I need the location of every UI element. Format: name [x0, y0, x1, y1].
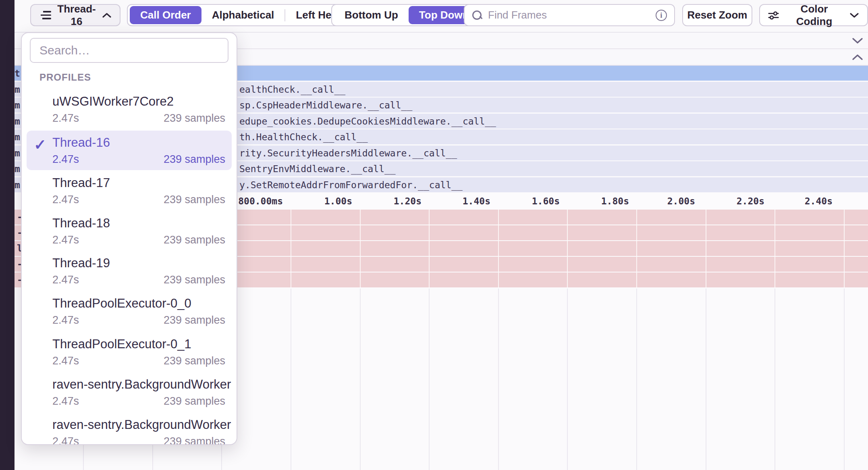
time-gridline — [429, 210, 430, 289]
profile-samples: 239 samples — [164, 193, 225, 206]
flame-row-edge-text: m — [15, 148, 20, 158]
profile-list-item[interactable]: raven-sentry.BackgroundWorker 2.47s239 s… — [27, 372, 232, 412]
info-icon: i — [656, 10, 667, 21]
flame-row-label: ealthCheck.__call__ — [239, 84, 345, 95]
flame-row-edge-text: m — [15, 100, 20, 110]
thread-selector-label: Thread-16 — [57, 3, 96, 28]
time-gridline — [360, 210, 361, 289]
time-gridline — [567, 210, 568, 289]
axis-tick: 1.80s — [557, 196, 629, 206]
flame-row-edge-text: t — [15, 68, 20, 79]
checkmark-icon: ✓ — [34, 136, 46, 154]
profile-duration: 2.47s — [52, 112, 79, 125]
profile-search-input[interactable] — [30, 38, 228, 63]
profile-list-item-selected[interactable]: ✓ Thread-16 2.47s239 samples — [27, 131, 232, 170]
profile-duration: 2.47s — [52, 193, 79, 206]
profile-name: Thread-19 — [52, 255, 225, 271]
flame-row-label: sp.CspHeaderMiddleware.__call__ — [239, 100, 412, 110]
chevron-up-icon — [852, 54, 863, 60]
axis-tick: 1.20s — [350, 196, 422, 206]
chevron-down-icon — [849, 12, 859, 18]
axis-tick: 2.20s — [693, 196, 764, 206]
profile-list-item[interactable]: Thread-17 2.47s239 samples — [27, 171, 232, 210]
profile-name: ThreadPoolExecutor-0_1 — [52, 336, 225, 352]
time-gridline — [844, 210, 845, 289]
profile-duration: 2.47s — [52, 153, 79, 166]
profile-duration: 2.47s — [52, 234, 79, 246]
time-gridline — [498, 210, 499, 289]
profile-list-item[interactable]: uWSGIWorker7Core2 2.47s239 samples — [27, 89, 232, 129]
profile-list-item[interactable]: Thread-19 2.47s239 samples — [27, 251, 232, 291]
profile-duration: 2.47s — [52, 274, 79, 286]
color-coding-label: Color Coding — [784, 3, 844, 28]
profile-samples: 239 samples — [164, 395, 225, 408]
collapse-section-button[interactable] — [852, 33, 863, 48]
profile-duration: 2.47s — [52, 435, 79, 445]
profile-duration: 2.47s — [52, 314, 79, 327]
direction-segmented-control: Bottom Up Top Down — [331, 4, 482, 26]
profile-name: Thread-18 — [52, 215, 225, 231]
axis-tick: 1.60s — [488, 196, 560, 206]
reset-zoom-button[interactable]: Reset Zoom — [682, 4, 752, 26]
profiles-section-label: PROFILES — [39, 72, 91, 83]
flame-row-label: edupe_cookies.DedupeCookiesMiddleware.__… — [239, 116, 496, 127]
axis-tick: 1.00s — [280, 196, 352, 206]
profile-samples: 239 samples — [164, 234, 225, 246]
find-frames-field[interactable]: i — [464, 4, 675, 26]
flame-row-edge-text: m — [15, 180, 20, 190]
profile-list-item[interactable]: Thread-18 2.47s239 samples — [27, 211, 232, 251]
profile-samples: 239 samples — [164, 355, 225, 367]
axis-tick: 1.40s — [419, 196, 490, 206]
axis-tick: 2.00s — [623, 196, 695, 206]
sort-option-call-order[interactable]: Call Order — [130, 6, 201, 24]
flame-row-label: SentryEnvMiddleware.__call__ — [239, 164, 396, 174]
sliders-icon — [768, 10, 779, 21]
profile-samples: 239 samples — [164, 112, 225, 125]
profile-name: Thread-16 — [52, 135, 225, 151]
profile-list-item[interactable]: raven-sentry.BackgroundWorker 2.47s239 s… — [27, 413, 232, 445]
chevron-down-icon — [852, 37, 863, 44]
sort-segmented-control: Call Order Alphabetical Left Heavy — [127, 4, 362, 26]
profile-name: raven-sentry.BackgroundWorker — [52, 376, 225, 393]
flame-row-edge-text: m — [15, 84, 20, 95]
time-gridline — [775, 210, 775, 289]
profiler-toolbar: Thread-16 Call Order Alphabetical Left H… — [15, 0, 868, 33]
profile-samples: 239 samples — [164, 153, 225, 166]
flame-row-edge-text: m — [15, 132, 20, 142]
app-sidebar — [0, 0, 15, 470]
color-coding-button[interactable]: Color Coding — [759, 4, 868, 26]
chevron-up-icon — [102, 12, 112, 18]
sort-option-alphabetical[interactable]: Alphabetical — [201, 6, 285, 24]
profile-dropdown-panel: PROFILES uWSGIWorker7Core2 2.47s239 samp… — [21, 32, 237, 445]
flame-row-edge-text: m — [15, 116, 20, 127]
profile-name: uWSGIWorker7Core2 — [52, 94, 225, 110]
time-gridline — [291, 210, 291, 289]
profile-name: Thread-17 — [52, 175, 225, 191]
profile-samples: 239 samples — [164, 274, 225, 286]
profile-samples: 239 samples — [164, 314, 225, 327]
search-icon — [472, 10, 482, 21]
thread-selector-button[interactable]: Thread-16 — [30, 4, 120, 26]
flame-row-edge-text: m — [15, 164, 20, 174]
thread-list-icon — [39, 9, 51, 21]
flame-row-label: th.HealthCheck.__call__ — [239, 132, 368, 142]
profile-list-item[interactable]: ThreadPoolExecutor-0_0 2.47s239 samples — [27, 291, 232, 331]
flame-row-label: y.SetRemoteAddrFromForwardedFor.__call__ — [239, 180, 463, 190]
find-frames-input[interactable] — [488, 9, 656, 21]
profile-duration: 2.47s — [52, 395, 79, 408]
collapse-section-button[interactable] — [852, 49, 863, 65]
profile-name: ThreadPoolExecutor-0_0 — [52, 295, 225, 312]
profile-duration: 2.47s — [52, 355, 79, 367]
axis-tick: 2.40s — [761, 196, 833, 206]
time-gridline — [636, 210, 637, 289]
profile-name: raven-sentry.BackgroundWorker — [52, 417, 225, 433]
direction-option-bottom-up[interactable]: Bottom Up — [334, 6, 409, 24]
profile-samples: 239 samples — [164, 435, 225, 445]
flame-row-label: rity.SecurityHeadersMiddleware.__call__ — [239, 148, 457, 158]
profile-list-item[interactable]: ThreadPoolExecutor-0_1 2.47s239 samples — [27, 332, 232, 372]
time-gridline — [706, 210, 706, 289]
